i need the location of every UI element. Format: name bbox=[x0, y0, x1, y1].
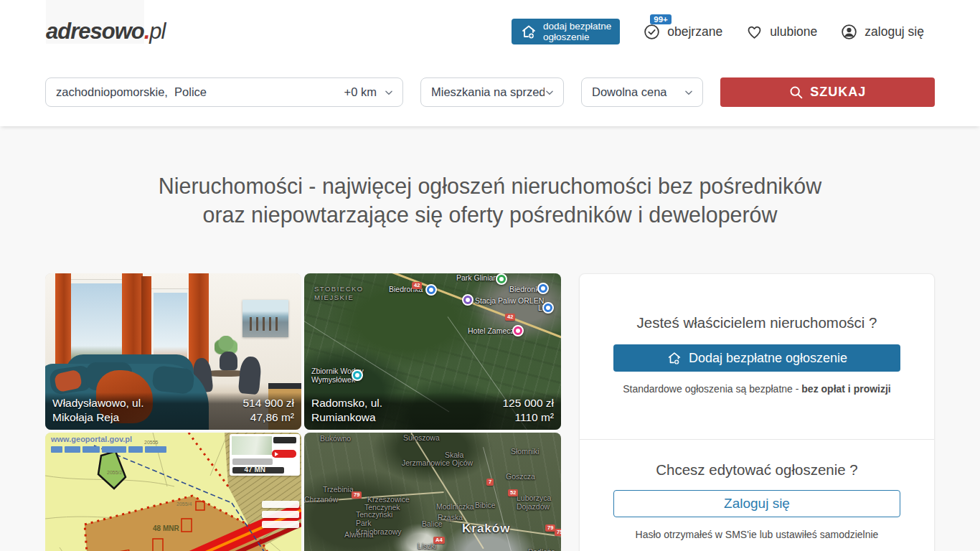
search-button[interactable]: SZUKAJ bbox=[720, 77, 935, 107]
road-shield: 42 bbox=[412, 282, 422, 289]
listing-map-image: BukównoSułoszowaSłomnikiSkałaJerzmanowic… bbox=[304, 433, 561, 551]
parcel-number: 2055/2 bbox=[107, 470, 122, 475]
road-shield: 7 bbox=[486, 479, 494, 486]
listing-zoning-map-image: www.geoportal.gov.pl 47 MN 48 MNR bbox=[45, 433, 301, 551]
parcel-number: 20555 bbox=[144, 440, 158, 445]
chevron-down-icon bbox=[545, 88, 555, 98]
sidebar-add-listing-button[interactable]: Dodaj bezpłatne ogłoszenie bbox=[613, 344, 900, 372]
add-listing-button[interactable]: dodaj bezpłatne ogłoszenie bbox=[512, 19, 620, 44]
store-pin-icon bbox=[537, 283, 549, 294]
search-bar: +0 km Mieszkania na sprzeda Dowolna cena… bbox=[0, 63, 980, 126]
house-plus-icon bbox=[520, 23, 537, 40]
youtube-badge bbox=[272, 450, 296, 458]
listing-area: 1110 m² bbox=[502, 410, 554, 425]
house-plus-icon bbox=[666, 350, 682, 366]
listing-card-wladyslawowo[interactable]: Władysławowo, ul. Mikołaja Reja 514 900 … bbox=[45, 273, 301, 430]
listing-price: 125 000 zł bbox=[502, 396, 554, 410]
store-pin-icon bbox=[542, 302, 554, 314]
hotel-pin-icon bbox=[512, 325, 524, 336]
zone-label: 47 MN bbox=[245, 466, 265, 474]
site-logo[interactable]: adresowo.pl bbox=[46, 19, 165, 44]
listing-card-lazy[interactable]: www.geoportal.gov.pl 47 MN 48 MNR bbox=[45, 433, 301, 551]
location-input[interactable] bbox=[56, 85, 344, 99]
geoportal-toolbar bbox=[51, 446, 166, 453]
map-place-label: Bukówno bbox=[320, 434, 351, 443]
map-place-label: Podłęże bbox=[528, 547, 555, 551]
favorites-link[interactable]: ulubione bbox=[745, 23, 817, 41]
search-icon bbox=[788, 85, 804, 100]
map-place-label: Goszcza bbox=[506, 472, 535, 481]
water-pin-icon bbox=[352, 369, 363, 381]
map-place-label: Jerzmanowice Ojców bbox=[402, 458, 473, 467]
login-link[interactable]: zaloguj się bbox=[840, 23, 924, 41]
chevron-down-icon bbox=[384, 88, 394, 98]
map-place-label: Stacja Paliw ORLEN bbox=[475, 296, 544, 305]
listing-location: Radomsko, ul. bbox=[311, 396, 382, 410]
sidebar-login-button[interactable]: Zaloguj się bbox=[613, 490, 900, 517]
logo-text: adresowo bbox=[46, 0, 144, 44]
edit-heading: Chcesz edytować ogłoszenie ? bbox=[580, 461, 934, 479]
radius-selector[interactable]: +0 km bbox=[344, 85, 394, 99]
user-circle-icon bbox=[840, 23, 858, 41]
owner-sidebar: Jesteś właścicielem nieruchomości ? Doda… bbox=[579, 273, 935, 551]
listing-card-radomsko[interactable]: Park GliniankiSTOBIECKO MIEJSKIEBiedronk… bbox=[304, 273, 561, 430]
road-shield: 42 bbox=[505, 314, 515, 321]
map-place-label: Tenczynek bbox=[364, 503, 400, 512]
parcel-number: 2055/4 bbox=[176, 501, 192, 507]
owner-heading: Jesteś właścicielem nieruchomości ? bbox=[580, 314, 934, 331]
map-place-label: Alwernia bbox=[344, 530, 373, 539]
listing-caption: Władysławowo, ul. Mikołaja Reja 514 900 … bbox=[45, 392, 301, 430]
park-pin-icon bbox=[496, 273, 507, 285]
zone-label: 48 MNR bbox=[153, 524, 179, 532]
listing-location: Władysławowo, ul. bbox=[52, 396, 144, 410]
store-pin-icon bbox=[425, 284, 437, 296]
heart-icon bbox=[745, 23, 763, 41]
map-place-label: Trzebinia bbox=[323, 485, 354, 494]
viewed-count-badge: 99+ bbox=[650, 14, 672, 24]
map-place-label: Skała bbox=[445, 451, 463, 459]
listing-caption: Radomsko, ul. Rumiankowa 125 000 zł 1110… bbox=[304, 392, 561, 430]
map-place-label: Tenczyński Park Krajobrazowy bbox=[356, 510, 402, 536]
poi-pin-icon bbox=[462, 294, 473, 306]
viewed-link[interactable]: 99+ obejrzane bbox=[643, 23, 722, 41]
geoportal-watermark: www.geoportal.gov.pl bbox=[51, 435, 132, 443]
chevron-down-icon bbox=[684, 88, 694, 98]
road-shield: 75 bbox=[555, 529, 561, 536]
road-shield: 52 bbox=[508, 489, 518, 496]
page-title: Nieruchomości - najwięcej ogłoszeń nieru… bbox=[0, 171, 980, 229]
map-place-label: Bibice bbox=[475, 501, 496, 509]
category-select[interactable]: Mieszkania na sprzeda bbox=[420, 77, 564, 107]
map-place-label: STOBIECKO MIEJSKIE bbox=[314, 285, 364, 302]
road-shield: 79 bbox=[352, 491, 362, 499]
listing-price: 514 900 zł bbox=[242, 396, 294, 410]
road-shield: A4 bbox=[433, 537, 445, 544]
free-listings-note: Standardowe ogłoszenia są bezpłatne - be… bbox=[580, 383, 934, 395]
password-note: Hasło otrzymałeś w SMS'ie lub ustawiłeś … bbox=[580, 529, 934, 540]
map-place-label: Luborzyca Dojazdów bbox=[517, 494, 551, 511]
listing-area: 47,86 m² bbox=[242, 410, 294, 425]
top-header: adresowo.pl dodaj bezpłatne ogłoszenie 9… bbox=[0, 0, 980, 63]
map-place-label: Sułoszowa bbox=[403, 433, 440, 442]
location-field[interactable]: +0 km bbox=[45, 77, 403, 107]
price-select[interactable]: Dowolna cena bbox=[581, 77, 703, 107]
map-place-label: Słomniki bbox=[511, 447, 540, 456]
map-place-label: Balice bbox=[422, 519, 443, 528]
listings-grid: Władysławowo, ul. Mikołaja Reja 514 900 … bbox=[45, 273, 561, 551]
listing-card-zabierzow[interactable]: BukównoSułoszowaSłomnikiSkałaJerzmanowic… bbox=[304, 433, 561, 551]
check-circle-icon bbox=[643, 23, 661, 41]
